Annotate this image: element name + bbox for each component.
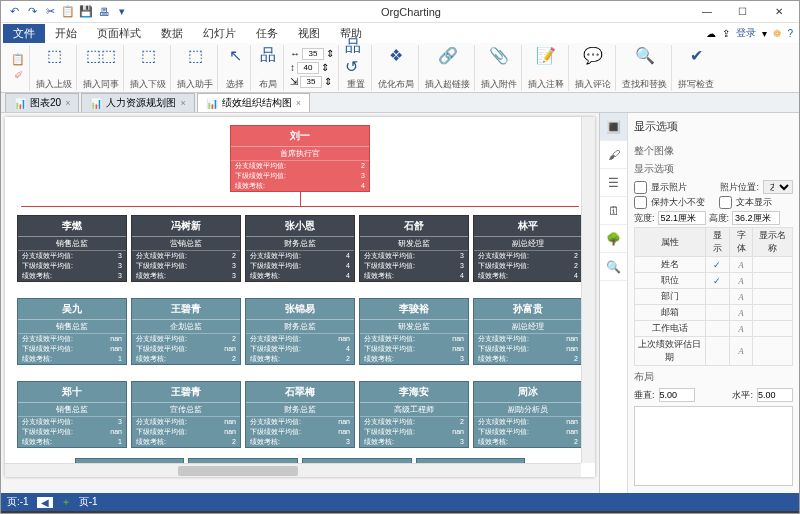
maximize-button[interactable]: ☐: [729, 3, 757, 21]
qat-more-icon[interactable]: ▾: [115, 5, 129, 19]
panel-tab-list[interactable]: ☰: [600, 169, 627, 197]
close-icon[interactable]: ×: [296, 98, 301, 108]
menu-data[interactable]: 数据: [151, 24, 193, 43]
width-icon: ↔: [290, 48, 300, 59]
menu-file[interactable]: 文件: [3, 24, 45, 43]
org-node[interactable]: 冯树新营销总监分支绩效平均值:2下级绩效平均值:3绩效考核:3: [131, 215, 241, 282]
clipboard-group: 📋 ✐: [7, 45, 30, 91]
menu-tasks[interactable]: 任务: [246, 24, 288, 43]
menu-view[interactable]: 视图: [288, 24, 330, 43]
table-row[interactable]: 上次绩效评估日期A: [635, 337, 793, 366]
keep-size-checkbox[interactable]: [634, 196, 647, 209]
close-button[interactable]: ✕: [765, 3, 793, 21]
org-node-root[interactable]: 刘一 首席执行官 分支绩效平均值:2 下级绩效平均值:3 绩效考核:4: [230, 125, 370, 192]
close-icon[interactable]: ×: [180, 98, 185, 108]
insert-superior-button[interactable]: ⬚插入上级: [32, 45, 77, 91]
copy-icon[interactable]: 📋: [61, 5, 75, 19]
print-icon[interactable]: 🖶: [97, 5, 111, 19]
height-icon: ↕: [290, 62, 295, 73]
panel-tab-style[interactable]: 🖌: [600, 141, 627, 169]
doc-tab-active[interactable]: 📊绩效组织结构图×: [197, 93, 310, 112]
app-title: OrgCharting: [381, 6, 441, 18]
photo-position-select[interactable]: 左: [763, 180, 793, 194]
org-node[interactable]: 郑十销售总监分支绩效平均值:3下级绩效平均值:nan绩效考核:1: [17, 381, 127, 448]
show-photo-checkbox[interactable]: [634, 181, 647, 194]
login-link[interactable]: 登录: [736, 26, 756, 40]
table-row[interactable]: 邮箱A: [635, 305, 793, 321]
layout-button[interactable]: 品布局: [253, 45, 284, 91]
optimize-layout-button[interactable]: ❖优化布局: [374, 45, 419, 91]
org-node[interactable]: 吴九销售总监分支绩效平均值:nan下级绩效平均值:nan绩效考核:1: [17, 298, 127, 365]
depth-icon: ⇲: [290, 76, 298, 87]
insert-comment-button[interactable]: 💬插入评论: [571, 45, 616, 91]
cut-icon[interactable]: ✂: [43, 5, 57, 19]
insert-attachment-button[interactable]: 📎插入附件: [477, 45, 522, 91]
vertical-scrollbar[interactable]: [581, 117, 595, 463]
canvas-area[interactable]: 刘一 首席执行官 分支绩效平均值:2 下级绩效平均值:3 绩效考核:4 李燃销售…: [1, 113, 599, 493]
vertical-spacing-input[interactable]: [659, 388, 695, 402]
login-dropdown-icon[interactable]: ▾: [762, 28, 767, 39]
section-layout: 布局: [634, 370, 793, 384]
menu-slides[interactable]: 幻灯片: [193, 24, 246, 43]
insert-colleague-button[interactable]: ⬚⬚插入同事: [79, 45, 124, 91]
org-node[interactable]: 周冰副助分析员分支绩效平均值:nan下级绩效平均值:nan绩效考核:2: [473, 381, 583, 448]
redo-icon[interactable]: ↷: [25, 5, 39, 19]
box-width-input[interactable]: [302, 48, 324, 60]
org-node[interactable]: 石翠梅财务总监分支绩效平均值:nan下级绩效平均值:nan绩效考核:3: [245, 381, 355, 448]
save-icon[interactable]: 💾: [79, 5, 93, 19]
insert-subordinate-button[interactable]: ⬚插入下级: [126, 45, 171, 91]
spell-check-button[interactable]: ✔拼写检查: [674, 45, 718, 91]
minimize-button[interactable]: —: [693, 3, 721, 21]
undo-icon[interactable]: ↶: [7, 5, 21, 19]
settings-icon[interactable]: ❁: [773, 28, 781, 39]
find-replace-button[interactable]: 🔍查找和替换: [618, 45, 672, 91]
doc-tab[interactable]: 📊人力资源规划图×: [81, 93, 194, 112]
horizontal-scrollbar[interactable]: [5, 463, 581, 477]
menu-page-style[interactable]: 页面样式: [87, 24, 151, 43]
doc-tab[interactable]: 📊图表20×: [5, 93, 79, 112]
height-input[interactable]: [732, 211, 780, 225]
table-row[interactable]: 工作电话A: [635, 321, 793, 337]
insert-note-button[interactable]: 📝插入注释: [524, 45, 569, 91]
org-node[interactable]: 王碧青企划总监分支绩效平均值:2下级绩效平均值:nan绩效考核:2: [131, 298, 241, 365]
sheet-tab[interactable]: 页-1: [79, 495, 98, 509]
cloud-icon[interactable]: ☁: [706, 28, 716, 39]
ribbon: 📋 ✐ ⬚插入上级 ⬚⬚插入同事 ⬚插入下级 ⬚插入助手 ↖选择 品布局 ↔⇕ …: [1, 43, 799, 93]
format-painter-icon[interactable]: ✐: [11, 69, 25, 83]
org-node[interactable]: 石舒研发总监分支绩效平均值:3下级绩效平均值:3绩效考核:4: [359, 215, 469, 282]
table-row[interactable]: 部门A: [635, 289, 793, 305]
close-icon[interactable]: ×: [65, 98, 70, 108]
table-row[interactable]: 职位✓A: [635, 273, 793, 289]
prev-page-button[interactable]: ◀: [37, 497, 53, 508]
panel-tab-search[interactable]: 🔍: [600, 253, 627, 281]
text-display-checkbox[interactable]: [719, 196, 732, 209]
org-node[interactable]: 李骏裕研发总监分支绩效平均值:nan下级绩效平均值:nan绩效考核:3: [359, 298, 469, 365]
table-row[interactable]: 姓名✓A: [635, 257, 793, 273]
panel-tab-data[interactable]: 🗓: [600, 197, 627, 225]
help-icon[interactable]: ?: [787, 28, 793, 39]
insert-assistant-button[interactable]: ⬚插入助手: [173, 45, 218, 91]
quick-access-toolbar: ↶ ↷ ✂ 📋 💾 🖶 ▾: [7, 5, 129, 19]
org-node[interactable]: 张小恩财务总监分支绩效平均值:4下级绩效平均值:4绩效考核:4: [245, 215, 355, 282]
box-depth-input[interactable]: [300, 76, 322, 88]
org-node[interactable]: 林平副总经理分支绩效平均值:2下级绩效平均值:2绩效考核:4: [473, 215, 583, 282]
reset-button[interactable]: 品↺重置: [341, 45, 372, 91]
add-page-button[interactable]: ＋: [61, 495, 71, 509]
select-button[interactable]: ↖选择: [220, 45, 251, 91]
org-node[interactable]: 李燃销售总监分支绩效平均值:3下级绩效平均值:3绩效考核:3: [17, 215, 127, 282]
box-height-input[interactable]: [297, 62, 319, 74]
insert-hyperlink-button[interactable]: 🔗插入超链接: [421, 45, 475, 91]
paste-icon[interactable]: 📋: [11, 53, 25, 67]
canvas[interactable]: 刘一 首席执行官 分支绩效平均值:2 下级绩效平均值:3 绩效考核:4 李燃销售…: [5, 117, 595, 477]
org-node[interactable]: 张锦易财务总监分支绩效平均值:nan下级绩效平均值:4绩效考核:2: [245, 298, 355, 365]
org-node[interactable]: 李海安高级工程师分支绩效平均值:2下级绩效平均值:nan绩效考核:3: [359, 381, 469, 448]
org-node[interactable]: 孙富贵副总经理分支绩效平均值:nan下级绩效平均值:nan绩效考核:2: [473, 298, 583, 365]
org-node[interactable]: 王碧青宣传总监分支绩效平均值:nan下级绩效平均值:nan绩效考核:2: [131, 381, 241, 448]
horizontal-spacing-input[interactable]: [757, 388, 793, 402]
panel-tab-display[interactable]: 🔳: [600, 113, 627, 141]
panel-tab-tree[interactable]: 🌳: [600, 225, 627, 253]
panel-title: 显示选项: [634, 117, 793, 140]
menu-start[interactable]: 开始: [45, 24, 87, 43]
width-input[interactable]: [658, 211, 706, 225]
share-icon[interactable]: ⇪: [722, 28, 730, 39]
